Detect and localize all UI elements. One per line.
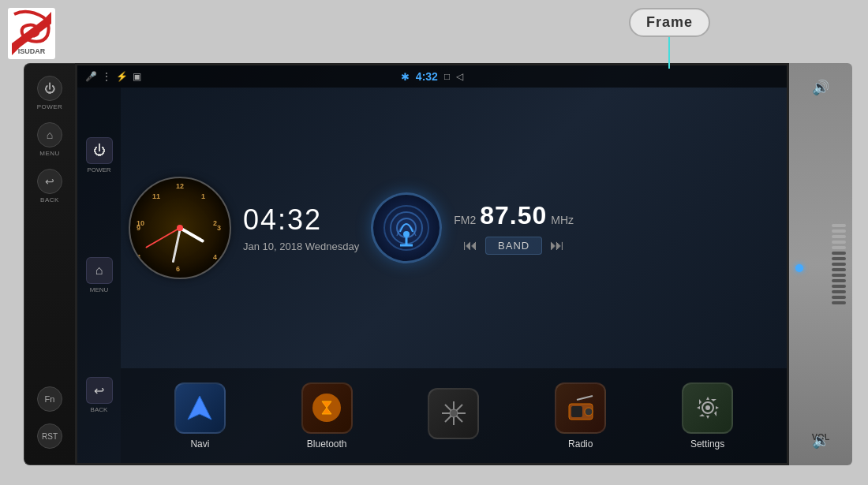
radio-icon-area[interactable] bbox=[371, 192, 442, 263]
svg-point-18 bbox=[585, 408, 593, 416]
vol-bar-2 bbox=[832, 229, 846, 233]
back-button[interactable]: ↩ BACK bbox=[37, 169, 62, 203]
back-arrow-icon: ◁ bbox=[456, 71, 463, 82]
radio-frequency: 87.50 bbox=[480, 201, 547, 230]
clock-num-12: 12 bbox=[176, 182, 184, 190]
screen-bezel: 🎤 ⋮ ⚡ ▣ ✱ 4:32 □ ◁ ⏻ bbox=[75, 63, 789, 465]
screen-menu-icon: ⌂ bbox=[86, 257, 113, 284]
navi-icon bbox=[174, 382, 226, 434]
bluetooth-icon bbox=[301, 382, 353, 434]
vol-bar-14 bbox=[832, 296, 846, 299]
analog-clock: 12 1 2 9 3 4 6 8 10 11 bbox=[129, 177, 231, 279]
screen-power-button[interactable]: ⏻ POWER bbox=[86, 137, 113, 173]
radio-freq-row: FM2 87.50 MHz bbox=[454, 201, 574, 230]
vol-bar-12 bbox=[832, 285, 846, 288]
vol-level-dot bbox=[795, 264, 803, 272]
app-icon-radio[interactable]: Radio bbox=[555, 382, 606, 450]
clock-num-10: 10 bbox=[137, 219, 144, 227]
clock-num-4: 4 bbox=[213, 253, 217, 261]
vol-bar-4 bbox=[832, 241, 846, 244]
menu-button[interactable]: ⌂ MENU bbox=[37, 122, 62, 157]
clock-face: 12 1 2 9 3 4 6 8 10 11 bbox=[129, 177, 231, 279]
volume-indicator bbox=[832, 224, 846, 304]
svg-rect-17 bbox=[571, 406, 582, 417]
frame-label-container: Frame bbox=[629, 8, 710, 69]
screenshot-icon: ▣ bbox=[133, 71, 141, 82]
radio-info: FM2 87.50 MHz ⏮ BAND ⏭ bbox=[454, 201, 574, 255]
band-button[interactable]: BAND bbox=[485, 237, 542, 255]
svg-line-19 bbox=[577, 396, 593, 400]
power-icon: ⏻ bbox=[37, 76, 62, 101]
status-center: ✱ 4:32 □ ◁ bbox=[401, 70, 463, 83]
vol-bar-15 bbox=[832, 301, 846, 304]
app-icon-settings[interactable]: Settings bbox=[682, 382, 733, 450]
app-icon-navi[interactable]: Navi bbox=[174, 382, 226, 450]
svg-marker-9 bbox=[188, 396, 211, 420]
main-area: ⏻ POWER ⌂ MENU ↩ BACK bbox=[77, 88, 787, 463]
fn-button[interactable]: Fn bbox=[37, 386, 62, 412]
frame-label-text: Frame bbox=[646, 14, 693, 30]
speaker-bottom-icon: 🔉 bbox=[812, 432, 829, 450]
vol-bar-8 bbox=[832, 263, 846, 266]
navi-label: Navi bbox=[190, 438, 209, 450]
vol-bar-6 bbox=[832, 252, 846, 255]
clock-num-6: 6 bbox=[176, 265, 180, 273]
screen-back-icon: ↩ bbox=[86, 377, 113, 404]
extra-icon bbox=[428, 388, 479, 439]
vol-bar-3 bbox=[832, 235, 846, 238]
menu-label: MENU bbox=[39, 150, 60, 157]
back-label: BACK bbox=[40, 196, 59, 203]
power-label: POWER bbox=[37, 103, 63, 110]
screen-power-label: POWER bbox=[87, 166, 110, 173]
prev-track-button[interactable]: ⏮ bbox=[463, 237, 477, 254]
clock-minute-hand bbox=[171, 228, 181, 263]
radio-icon bbox=[555, 382, 606, 434]
svg-point-6 bbox=[403, 231, 410, 237]
vol-bar-7 bbox=[832, 257, 846, 260]
screen-menu-label: MENU bbox=[90, 286, 109, 293]
app-icon-bluetooth[interactable]: Bluetooth bbox=[301, 382, 353, 450]
svg-text:ISUDAR: ISUDAR bbox=[18, 47, 46, 55]
device-unit: ⏻ POWER ⌂ MENU ↩ BACK Fn RST 🎤 ⋮ ⚡ bbox=[24, 63, 852, 465]
back-icon: ↩ bbox=[37, 169, 62, 194]
usb-icon: ⚡ bbox=[116, 71, 128, 82]
vol-bar-5 bbox=[832, 246, 846, 249]
screen-power-icon: ⏻ bbox=[86, 137, 113, 164]
status-icons-left: 🎤 ⋮ ⚡ ▣ bbox=[85, 71, 395, 82]
vol-bar-10 bbox=[832, 274, 846, 277]
svg-point-15 bbox=[450, 409, 458, 417]
vol-bar-9 bbox=[832, 268, 846, 271]
right-panel: 🔊 VOL 🔉 bbox=[789, 63, 852, 465]
app-row: Navi Bluetooth bbox=[121, 368, 787, 463]
next-track-button[interactable]: ⏭ bbox=[550, 237, 564, 254]
clock-num-3: 3 bbox=[217, 224, 221, 232]
power-button[interactable]: ⏻ POWER bbox=[37, 76, 63, 110]
status-bar: 🎤 ⋮ ⚡ ▣ ✱ 4:32 □ ◁ bbox=[77, 65, 787, 88]
dots-icon: ⋮ bbox=[102, 71, 111, 82]
vol-bar-1 bbox=[832, 224, 846, 227]
clock-hour-hand bbox=[179, 226, 204, 243]
rst-icon: RST bbox=[37, 423, 62, 449]
vol-bar-13 bbox=[832, 290, 846, 293]
app-icon-extra[interactable] bbox=[428, 388, 479, 444]
screen-back-label: BACK bbox=[91, 406, 108, 413]
frame-line bbox=[668, 37, 670, 69]
rst-button[interactable]: RST bbox=[37, 423, 62, 449]
radio-app-label: Radio bbox=[568, 438, 593, 450]
svg-point-21 bbox=[705, 405, 710, 410]
speaker-top-icon: 🔊 bbox=[812, 79, 829, 96]
bluetooth-status-icon: ✱ bbox=[401, 71, 410, 83]
radio-unit: MHz bbox=[551, 214, 574, 226]
settings-icon bbox=[682, 382, 733, 434]
screen-menu-button[interactable]: ⌂ MENU bbox=[86, 257, 113, 293]
radio-controls: ⏮ BAND ⏭ bbox=[454, 237, 574, 255]
screen-back-button[interactable]: ↩ BACK bbox=[86, 377, 113, 413]
settings-label: Settings bbox=[690, 438, 724, 450]
digital-area: 04:32 Jan 10, 2018 Wednesday bbox=[243, 203, 359, 252]
brand-logo: ISUDAR bbox=[8, 8, 55, 59]
bluetooth-app-label: Bluetooth bbox=[307, 438, 347, 450]
info-row: 12 1 2 9 3 4 6 8 10 11 bbox=[121, 88, 787, 368]
digital-date: Jan 10, 2018 Wednesday bbox=[243, 241, 359, 252]
screen-content: 🎤 ⋮ ⚡ ▣ ✱ 4:32 □ ◁ ⏻ bbox=[77, 65, 787, 463]
vol-bar-11 bbox=[832, 279, 846, 282]
